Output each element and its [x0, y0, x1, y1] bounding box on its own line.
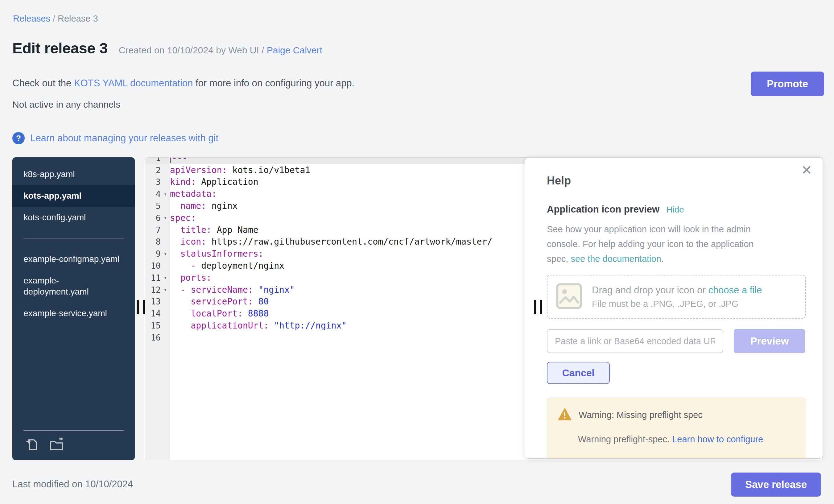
line-number: 16	[145, 333, 161, 342]
icon-dropzone[interactable]: Drag and drop your icon or choose a file…	[547, 275, 806, 319]
learn-how-to-configure-link[interactable]: Learn how to configure	[672, 434, 763, 444]
icon-url-input[interactable]	[547, 329, 723, 353]
file-item-kots-config.yaml[interactable]: kots-config.yaml	[12, 207, 135, 228]
line-number: 11	[145, 273, 161, 283]
line-number: 12	[145, 285, 161, 294]
channel-status: Not active in any channels	[12, 99, 120, 110]
created-prefix: Created on 10/10/2024 by Web UI /	[119, 45, 264, 55]
code-text: apiVersion: kots.io/v1beta1	[170, 165, 310, 175]
dropzone-text-prefix: Drag and drop your icon or	[592, 285, 708, 295]
icon-preview-title: Application icon preview	[547, 204, 659, 215]
line-number: 14	[145, 309, 161, 318]
code-text: servicePort: 80	[170, 297, 269, 307]
warning-body-text: Warning preflight-spec.	[578, 434, 672, 444]
git-help-row: ? Learn about managing your releases wit…	[12, 132, 218, 144]
created-by-link[interactable]: Paige Calvert	[267, 45, 322, 55]
breadcrumb-releases-link[interactable]: Releases	[13, 14, 50, 23]
code-text: name: nginx	[170, 201, 238, 211]
git-releases-link[interactable]: Learn about managing your releases with …	[30, 133, 218, 144]
line-number: 8	[145, 237, 161, 246]
code-text: title: App Name	[170, 225, 259, 235]
dropzone-text: Drag and drop your icon or choose a file	[592, 285, 762, 296]
sidebar-bottom-divider	[23, 430, 124, 431]
intro-before: Check out the	[12, 78, 74, 89]
file-item-example-configmap.yaml[interactable]: example-configmap.yaml	[12, 248, 135, 270]
file-item-example-service.yaml[interactable]: example-service.yaml	[12, 303, 135, 324]
preflight-warning-box: Warning: Missing preflight spec Warning …	[547, 398, 806, 459]
code-text: ---	[170, 157, 188, 163]
text-cursor	[170, 157, 171, 163]
fold-arrow-icon[interactable]: ▾	[161, 251, 170, 257]
fold-arrow-icon[interactable]: ▾	[161, 215, 170, 221]
page-title: Edit release 3	[12, 40, 108, 57]
code-text: - deployment/nginx	[170, 261, 284, 271]
code-text: metadata:	[170, 189, 217, 199]
help-panel: ✕ Help Application icon preview Hide See…	[525, 157, 823, 459]
cancel-button[interactable]: Cancel	[547, 362, 610, 384]
intro-line: Check out the KOTS YAML documentation fo…	[12, 78, 354, 89]
intro-after: for more info on configuring your app.	[193, 78, 354, 89]
question-icon[interactable]: ?	[12, 132, 25, 144]
breadcrumb: Releases/Release 3	[13, 14, 98, 24]
line-number: 9	[145, 249, 161, 259]
icon-preview-description: See how your application icon will look …	[547, 222, 770, 266]
dropzone-file-types: File must be a .PNG, .JPEG, or .JPG	[592, 299, 762, 309]
line-number: 3	[145, 177, 161, 187]
choose-file-link[interactable]: choose a file	[708, 285, 762, 295]
edit-release-page: Releases/Release 3 Edit release 3 Create…	[0, 0, 834, 504]
promote-button[interactable]: Promote	[751, 71, 824, 96]
hide-link[interactable]: Hide	[666, 205, 684, 215]
last-modified-text: Last modified on 10/10/2024	[12, 479, 133, 490]
line-number: 6	[145, 213, 161, 223]
close-icon[interactable]: ✕	[801, 162, 812, 178]
description-end: .	[661, 254, 664, 264]
sidebar-divider	[23, 238, 124, 238]
code-text: - serviceName: "nginx"	[170, 285, 295, 295]
add-folder-icon[interactable]	[49, 437, 65, 454]
code-text: localPort: 8888	[170, 308, 269, 319]
add-file-icon[interactable]	[25, 437, 40, 454]
file-list: k8s-app.yamlkots-app.yamlkots-config.yam…	[12, 157, 135, 324]
code-text: applicationUrl: "http://nginx"	[170, 321, 347, 331]
line-number: 7	[145, 225, 161, 235]
fold-arrow-icon[interactable]: ▾	[161, 287, 170, 293]
line-number: 1	[145, 157, 161, 163]
kots-yaml-docs-link[interactable]: KOTS YAML documentation	[74, 78, 193, 89]
file-item-kots-app.yaml[interactable]: kots-app.yaml	[12, 185, 135, 207]
code-text: icon: https://raw.githubusercontent.com/…	[170, 237, 492, 247]
breadcrumb-separator: /	[50, 14, 58, 23]
sidebar-resize-handle[interactable]	[137, 300, 145, 314]
warning-title: Warning: Missing preflight spec	[578, 410, 703, 420]
code-text: statusInformers:	[170, 248, 263, 259]
preview-button[interactable]: Preview	[734, 329, 805, 353]
fold-arrow-icon[interactable]: ▾	[161, 275, 170, 281]
fold-arrow-icon[interactable]: ▾	[161, 191, 170, 197]
warning-triangle-icon	[558, 408, 572, 422]
code-text: kind: Application	[170, 177, 259, 187]
file-item-k8s-app.yaml[interactable]: k8s-app.yaml	[12, 163, 135, 185]
save-release-button[interactable]: Save release	[731, 473, 821, 497]
breadcrumb-current: Release 3	[58, 14, 98, 23]
see-documentation-link[interactable]: see the documentation	[571, 254, 661, 264]
warning-body: Warning preflight-spec. Learn how to con…	[578, 434, 795, 444]
file-sidebar: k8s-app.yamlkots-app.yamlkots-config.yam…	[12, 157, 135, 460]
line-number: 2	[145, 165, 161, 175]
code-text: spec:	[170, 213, 196, 223]
file-item-example-deployment.yaml[interactable]: example-deployment.yaml	[12, 270, 135, 303]
line-number: 10	[145, 261, 161, 270]
line-number: 4	[145, 189, 161, 199]
line-number: 15	[145, 321, 161, 330]
created-on-text: Created on 10/10/2024 by Web UI / Paige …	[119, 45, 322, 56]
title-row: Edit release 3 Created on 10/10/2024 by …	[12, 40, 322, 57]
code-text: ports:	[170, 273, 212, 283]
help-resize-handle[interactable]	[534, 300, 542, 314]
line-number: 13	[145, 297, 161, 306]
image-placeholder-icon	[555, 282, 583, 311]
sidebar-bottom	[12, 430, 135, 460]
line-number: 5	[145, 201, 161, 211]
help-title: Help	[547, 174, 805, 187]
